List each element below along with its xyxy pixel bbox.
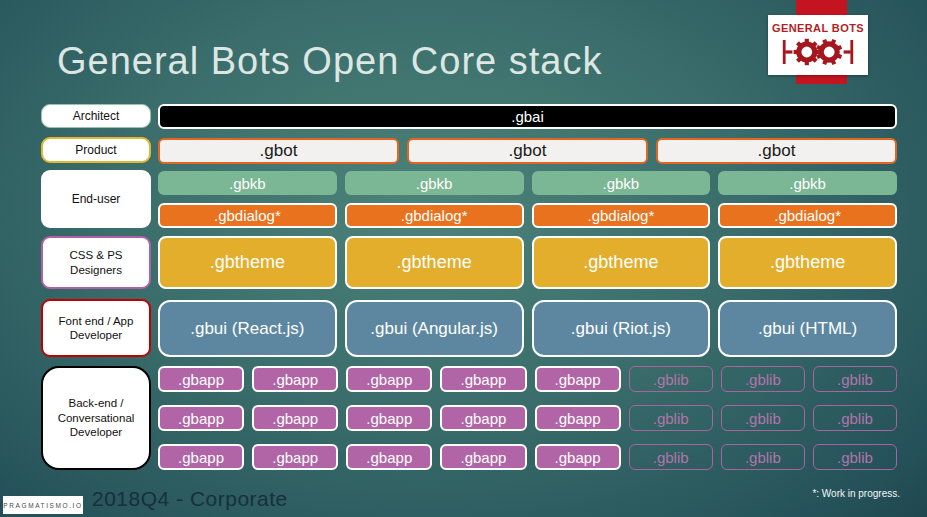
gbapp-box: .gbapp <box>440 366 526 392</box>
gbtheme-row: .gbtheme.gbtheme.gbtheme.gbtheme <box>158 236 897 289</box>
gbui-box: .gbui (Riot.js) <box>532 300 711 357</box>
gbapp-box: .gbapp <box>440 405 526 431</box>
gbapp-box: .gbapp <box>535 366 621 392</box>
gbapp-box: .gbapp <box>158 444 244 470</box>
gbapp-box: .gbapp <box>535 405 621 431</box>
gbapp-box: .gbapp <box>158 366 244 392</box>
gblib-box: .gblib <box>629 405 713 431</box>
gbui-box: .gbui (React.js) <box>158 300 337 357</box>
gbdialog-box: .gbdialog* <box>158 203 337 228</box>
gblib-box: .gblib <box>629 366 713 392</box>
gbapp-box: .gbapp <box>440 444 526 470</box>
gbot-box: .gbot <box>407 138 648 164</box>
gbtheme-box: .gbtheme <box>532 236 711 289</box>
gbot-box: .gbot <box>656 138 897 164</box>
gbkb-box: .gbkb <box>532 171 711 195</box>
gbkb-box: .gbkb <box>718 171 897 195</box>
gbapp-box: .gbapp <box>346 405 432 431</box>
gblib-box: .gblib <box>813 444 897 470</box>
gbkb-box: .gbkb <box>158 171 337 195</box>
pragmatismo-label: PRAGMATISMO.IO <box>3 502 82 509</box>
gbapp-box: .gbapp <box>158 405 244 431</box>
gbapp-box: .gbapp <box>535 444 621 470</box>
gbot-box: .gbot <box>158 138 399 164</box>
gbdialog-box: .gbdialog* <box>718 203 897 228</box>
role-label-front-end-app-developer: Font end / App Developer <box>41 299 151 357</box>
gbkb-box: .gbkb <box>345 171 524 195</box>
gbapp-box: .gbapp <box>346 366 432 392</box>
role-label-product: Product <box>41 137 151 163</box>
gbapp-box: .gbapp <box>252 366 338 392</box>
gbui-box: .gbui (Angular.js) <box>345 300 524 357</box>
gbai-box: .gbai <box>158 104 897 129</box>
gbapp-gblib-row-2: .gbapp.gbapp.gbapp.gbapp.gbapp.gblib.gbl… <box>158 405 897 431</box>
gbtheme-box: .gbtheme <box>345 236 524 289</box>
role-label-css-ps-designers: CSS & PS Designers <box>41 236 151 289</box>
gblib-box: .gblib <box>721 405 805 431</box>
gbdialog-row: .gbdialog*.gbdialog*.gbdialog*.gbdialog* <box>158 203 897 228</box>
gbkb-row: .gbkb.gbkb.gbkb.gbkb <box>158 171 897 195</box>
gblib-box: .gblib <box>721 366 805 392</box>
pragmatismo-badge: PRAGMATISMO.IO <box>3 496 83 514</box>
gbdialog-box: .gbdialog* <box>345 203 524 228</box>
gbui-row: .gbui (React.js).gbui (Angular.js).gbui … <box>158 300 897 357</box>
gbai-row: .gbai <box>158 104 897 129</box>
slide-footer-caption: 2018Q4 - Corporate <box>92 487 288 511</box>
gbapp-box: .gbapp <box>346 444 432 470</box>
slide-canvas: General Bots Open Core stack GENERAL BOT… <box>0 0 927 517</box>
gbtheme-box: .gbtheme <box>158 236 337 289</box>
gbot-row: .gbot.gbot.gbot <box>158 138 897 164</box>
gbtheme-box: .gbtheme <box>718 236 897 289</box>
work-in-progress-note: *: Work in progress. <box>812 488 900 499</box>
role-label-back-end-conversational-developer: Back-end / Conversational Developer <box>41 366 151 470</box>
gblib-box: .gblib <box>721 444 805 470</box>
role-label-architect: Architect <box>41 104 151 128</box>
stack-grid: .gbai.gbot.gbot.gbot.gbkb.gbkb.gbkb.gbkb… <box>158 0 897 517</box>
gbapp-gblib-row-3: .gbapp.gbapp.gbapp.gbapp.gbapp.gblib.gbl… <box>158 444 897 470</box>
gbui-box: .gbui (HTML) <box>718 300 897 357</box>
gbapp-box: .gbapp <box>252 444 338 470</box>
role-label-end-user: End-user <box>41 170 151 228</box>
gbapp-box: .gbapp <box>252 405 338 431</box>
gblib-box: .gblib <box>813 405 897 431</box>
gblib-box: .gblib <box>629 444 713 470</box>
gbapp-gblib-row-1: .gbapp.gbapp.gbapp.gbapp.gbapp.gblib.gbl… <box>158 366 897 392</box>
gbdialog-box: .gbdialog* <box>532 203 711 228</box>
gblib-box: .gblib <box>813 366 897 392</box>
